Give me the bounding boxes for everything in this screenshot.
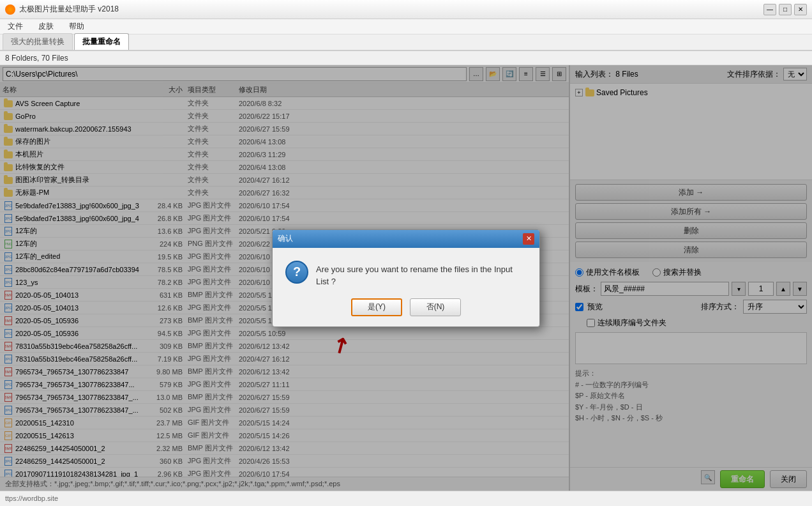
modal-dialog: 确认 ✕ ? Are you sure you want to rename t… (272, 229, 540, 327)
close-window-button[interactable]: ✕ (794, 4, 807, 15)
modal-overlay: 确认 ✕ ? Are you sure you want to rename t… (0, 65, 812, 491)
title-bar-left: 太极图片批量处理助手 v2018 (5, 4, 119, 15)
menu-skin[interactable]: 皮肤 (36, 20, 56, 33)
modal-no-button[interactable]: 否(N) (410, 298, 461, 316)
tab-batch-rename[interactable]: 批量重命名 (74, 33, 129, 50)
info-text: 8 Folders, 70 Files (5, 54, 68, 63)
info-bar: 8 Folders, 70 Files (0, 51, 812, 65)
menu-help[interactable]: 帮助 (66, 20, 87, 33)
app-title: 太极图片批量处理助手 v2018 (19, 4, 119, 15)
menu-bar: 文件 皮肤 帮助 (0, 19, 812, 34)
modal-titlebar: 确认 ✕ (273, 230, 539, 248)
status-text: ttps://wordbp.site (5, 494, 58, 502)
window-controls: — □ ✕ (763, 4, 807, 15)
main-area: … 📂 🔄 ≡ ☰ ⊞ 名称 大小 项目类型 修改日期 AVS Screen C… (0, 65, 812, 491)
question-symbol: ? (293, 264, 301, 279)
status-bar: ttps://wordbp.site (0, 491, 812, 505)
tab-batch-convert[interactable]: 强大的批量转换 (3, 33, 73, 50)
modal-body: ? Are you sure you want to rename the fi… (273, 248, 539, 326)
modal-message: Are you sure you want to rename the file… (316, 261, 527, 288)
maximize-button[interactable]: □ (779, 4, 792, 15)
tab-bar: 强大的批量转换 批量重命名 (0, 34, 812, 51)
menu-file[interactable]: 文件 (5, 20, 26, 33)
minimize-button[interactable]: — (763, 4, 776, 15)
title-bar: 太极图片批量处理助手 v2018 — □ ✕ (0, 0, 812, 19)
modal-yes-button[interactable]: 是(Y) (351, 298, 402, 316)
modal-title: 确认 (278, 233, 293, 244)
modal-buttons: 是(Y) 否(N) (351, 298, 461, 316)
question-icon: ? (285, 261, 308, 284)
app-icon (5, 4, 15, 15)
modal-close-button[interactable]: ✕ (523, 233, 534, 245)
modal-message-row: ? Are you sure you want to rename the fi… (285, 261, 527, 288)
